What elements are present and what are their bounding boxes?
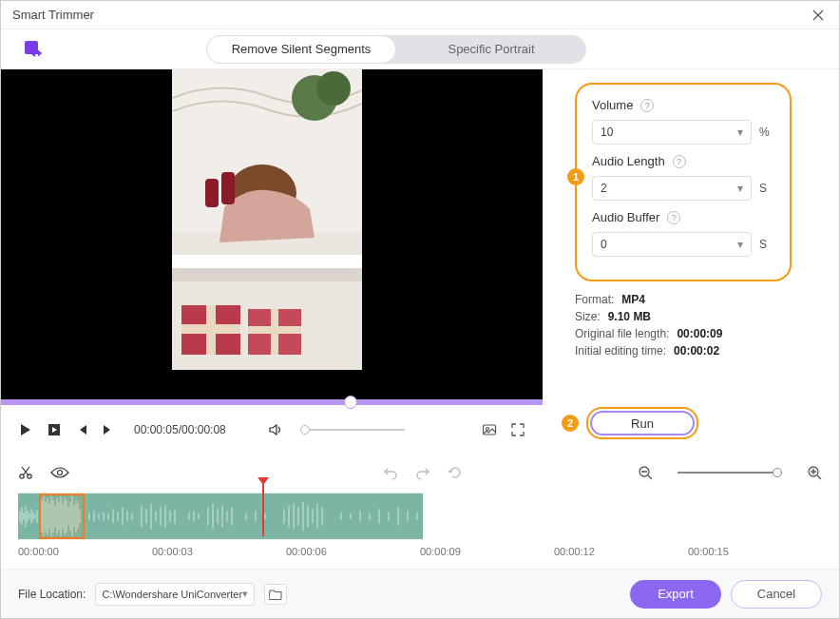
audio-buffer-select[interactable]: 0▾ bbox=[592, 232, 752, 257]
tick-4: 00:00:12 bbox=[554, 546, 688, 557]
smart-trimmer-window: Smart Trimmer Remove Silent Segments Spe… bbox=[0, 0, 840, 619]
audio-buffer-label: Audio Buffer? bbox=[592, 210, 774, 224]
run-row: 2 Run bbox=[562, 407, 792, 439]
zoom-out-button[interactable] bbox=[638, 465, 653, 480]
volume-button[interactable] bbox=[268, 422, 283, 437]
undo-button[interactable] bbox=[383, 465, 398, 480]
titlebar: Smart Trimmer bbox=[1, 1, 839, 29]
svg-rect-6 bbox=[221, 172, 235, 204]
chevron-down-icon: ▾ bbox=[737, 126, 743, 139]
main-area: 00:00:05/00:00:08 1 Volume? 10▾ % Audio … bbox=[1, 69, 839, 455]
tick-2: 00:00:06 bbox=[286, 546, 420, 557]
volume-unit: % bbox=[759, 126, 774, 139]
chevron-down-icon: ▾ bbox=[737, 238, 743, 251]
audio-length-unit: S bbox=[759, 182, 774, 195]
svg-rect-7 bbox=[172, 255, 362, 268]
callout-badge-1: 1 bbox=[567, 168, 584, 185]
timeline-editor: 00:00:00 00:00:03 00:00:06 00:00:09 00:0… bbox=[1, 455, 839, 559]
timeline-tools bbox=[18, 460, 822, 485]
zoom-slider[interactable] bbox=[678, 472, 782, 474]
close-icon bbox=[812, 10, 824, 21]
cancel-button[interactable]: Cancel bbox=[731, 580, 822, 609]
file-location-select[interactable]: C:\Wondershare UniConverter▾ bbox=[95, 583, 255, 606]
size-value: 9.10 MB bbox=[608, 310, 651, 323]
time-ruler: 00:00:00 00:00:03 00:00:06 00:00:09 00:0… bbox=[18, 546, 822, 557]
snapshot-button[interactable] bbox=[482, 422, 497, 437]
folder-icon bbox=[269, 589, 282, 600]
window-title: Smart Trimmer bbox=[12, 8, 809, 22]
playhead[interactable] bbox=[262, 479, 264, 536]
silent-settings-group: 1 Volume? 10▾ % Audio Length? 2▾ S Audio… bbox=[575, 83, 792, 281]
volume-slider[interactable] bbox=[300, 429, 405, 431]
seek-handle[interactable] bbox=[344, 396, 357, 409]
chevron-down-icon: ▾ bbox=[737, 182, 743, 195]
settings-panel: 1 Volume? 10▾ % Audio Length? 2▾ S Audio… bbox=[543, 69, 839, 455]
chevron-down-icon: ▾ bbox=[242, 588, 248, 600]
orig-len-value: 00:00:09 bbox=[677, 327, 722, 340]
time-current: 00:00:05 bbox=[134, 423, 179, 436]
tab-row: Remove Silent Segments Specific Portrait bbox=[1, 29, 839, 69]
step-button[interactable] bbox=[47, 422, 62, 437]
fullscreen-button[interactable] bbox=[510, 422, 525, 437]
preview-toggle-button[interactable] bbox=[50, 466, 69, 479]
tick-5: 00:00:15 bbox=[688, 546, 822, 557]
cut-button[interactable] bbox=[18, 465, 33, 480]
volume-select[interactable]: 10▾ bbox=[592, 120, 752, 145]
player-controls: 00:00:05/00:00:08 bbox=[1, 405, 543, 455]
svg-point-17 bbox=[487, 428, 489, 431]
next-button[interactable] bbox=[102, 423, 115, 436]
tick-1: 00:00:03 bbox=[152, 546, 286, 557]
time-total: 00:00:08 bbox=[181, 423, 226, 436]
svg-rect-11 bbox=[181, 324, 240, 334]
audio-length-label: Audio Length? bbox=[592, 154, 774, 168]
video-preview[interactable] bbox=[1, 69, 543, 399]
zoom-handle[interactable] bbox=[773, 468, 782, 477]
run-highlight: Run bbox=[586, 407, 698, 439]
help-icon[interactable]: ? bbox=[673, 155, 686, 168]
svg-point-3 bbox=[316, 71, 351, 106]
waveform-track[interactable] bbox=[18, 493, 423, 540]
left-column: 00:00:05/00:00:08 bbox=[1, 69, 543, 455]
file-info: Format:MP4 Size:9.10 MB Original file le… bbox=[575, 293, 792, 361]
callout-badge-2: 2 bbox=[562, 415, 579, 432]
volume-label: Volume? bbox=[592, 98, 774, 112]
tick-3: 00:00:09 bbox=[420, 546, 554, 557]
tick-0: 00:00:00 bbox=[18, 546, 152, 557]
preview-frame bbox=[172, 69, 362, 399]
file-location-label: File Location: bbox=[18, 588, 86, 601]
seek-bar[interactable] bbox=[1, 399, 543, 405]
svg-rect-5 bbox=[205, 179, 219, 207]
audio-buffer-unit: S bbox=[759, 238, 774, 251]
volume-handle[interactable] bbox=[300, 425, 310, 435]
edit-time-value: 00:00:02 bbox=[674, 344, 719, 358]
format-value: MP4 bbox=[621, 293, 645, 306]
orig-len-label: Original file length: bbox=[575, 327, 669, 340]
help-icon[interactable]: ? bbox=[667, 211, 680, 224]
svg-point-20 bbox=[58, 471, 63, 475]
redo-button[interactable] bbox=[415, 465, 430, 480]
open-folder-button[interactable] bbox=[264, 584, 287, 605]
edit-time-label: Initial editing time: bbox=[575, 344, 666, 358]
format-label: Format: bbox=[575, 293, 614, 306]
prev-button[interactable] bbox=[75, 423, 88, 436]
selection-range[interactable] bbox=[39, 493, 85, 539]
svg-rect-8 bbox=[172, 268, 362, 281]
bottom-bar: File Location: C:\Wondershare UniConvert… bbox=[1, 569, 839, 618]
run-button[interactable]: Run bbox=[590, 411, 695, 435]
timecode: 00:00:05/00:00:08 bbox=[134, 423, 226, 436]
mode-tabs: Remove Silent Segments Specific Portrait bbox=[206, 35, 586, 64]
tab-remove-silent[interactable]: Remove Silent Segments bbox=[206, 35, 396, 64]
help-icon[interactable]: ? bbox=[640, 99, 654, 112]
zoom-in-button[interactable] bbox=[807, 465, 822, 480]
app-logo-icon bbox=[22, 38, 45, 61]
svg-rect-14 bbox=[248, 326, 301, 334]
export-button[interactable]: Export bbox=[630, 580, 721, 609]
audio-length-select[interactable]: 2▾ bbox=[592, 176, 752, 201]
tab-specific-portrait[interactable]: Specific Portrait bbox=[396, 35, 586, 64]
play-button[interactable] bbox=[18, 422, 33, 437]
close-button[interactable] bbox=[809, 6, 828, 25]
size-label: Size: bbox=[575, 310, 601, 323]
refresh-button[interactable] bbox=[448, 465, 463, 480]
